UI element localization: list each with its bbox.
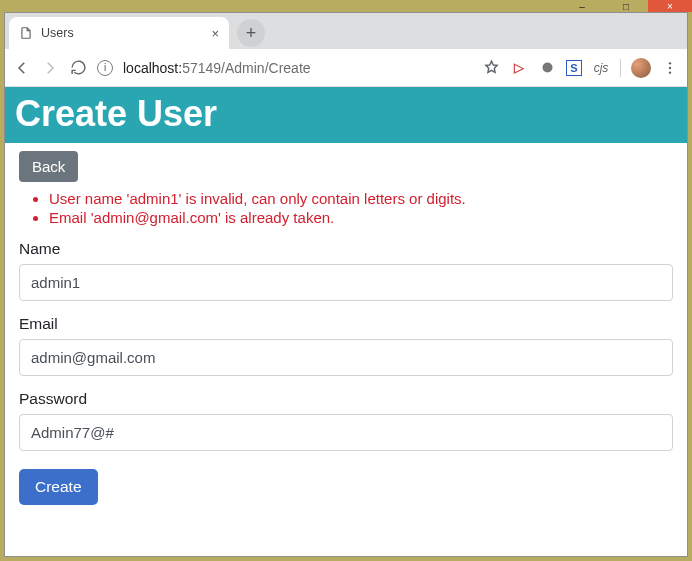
nav-forward-button[interactable] (41, 59, 59, 77)
browser-tab[interactable]: Users × (9, 17, 229, 49)
bookmark-star-icon[interactable] (482, 59, 500, 77)
back-button[interactable]: Back (19, 151, 78, 182)
svg-point-0 (542, 63, 552, 73)
browser-menu-icon[interactable] (661, 59, 679, 77)
nav-reload-button[interactable] (69, 59, 87, 77)
name-input[interactable] (19, 264, 673, 301)
extension-icon-3[interactable]: S (566, 60, 582, 76)
window-close-button[interactable]: × (648, 0, 692, 12)
email-label: Email (19, 315, 673, 333)
extension-cjs-icon[interactable]: cjs (592, 59, 610, 77)
svg-point-2 (669, 66, 671, 68)
toolbar-separator (620, 59, 621, 77)
site-info-icon[interactable]: i (97, 60, 113, 76)
error-item: Email 'admin@gmail.com' is already taken… (49, 209, 673, 226)
name-label: Name (19, 240, 673, 258)
os-titlebar: – □ × (0, 0, 692, 12)
tab-title: Users (41, 26, 74, 40)
extension-icon-1[interactable]: ▷ (510, 59, 528, 77)
window-minimize-button[interactable]: – (560, 0, 604, 12)
svg-point-3 (669, 71, 671, 73)
extension-icon-2[interactable] (538, 59, 556, 77)
page-viewport: Create User Back User name 'admin1' is i… (5, 87, 687, 556)
url-path: 57149/Admin/Create (182, 60, 310, 76)
error-item: User name 'admin1' is invalid, can only … (49, 190, 673, 207)
tab-close-icon[interactable]: × (211, 26, 219, 41)
email-input[interactable] (19, 339, 673, 376)
create-button[interactable]: Create (19, 469, 98, 505)
page-content: Back User name 'admin1' is invalid, can … (5, 143, 687, 521)
nav-back-button[interactable] (13, 59, 31, 77)
password-label: Password (19, 390, 673, 408)
url-host: localhost: (123, 60, 182, 76)
tab-strip: Users × + (5, 13, 687, 49)
new-tab-button[interactable]: + (237, 19, 265, 47)
window-controls: – □ × (560, 0, 692, 12)
page-title: Create User (5, 87, 687, 143)
profile-avatar[interactable] (631, 58, 651, 78)
address-bar: i localhost:57149/Admin/Create ▷ S cjs (5, 49, 687, 87)
page-icon (19, 26, 33, 40)
url-display[interactable]: localhost:57149/Admin/Create (123, 60, 311, 76)
validation-errors: User name 'admin1' is invalid, can only … (19, 190, 673, 226)
window-maximize-button[interactable]: □ (604, 0, 648, 12)
password-input[interactable] (19, 414, 673, 451)
browser-window: Users × + i localhost:57149/Admin/Create… (4, 12, 688, 557)
svg-point-1 (669, 62, 671, 64)
